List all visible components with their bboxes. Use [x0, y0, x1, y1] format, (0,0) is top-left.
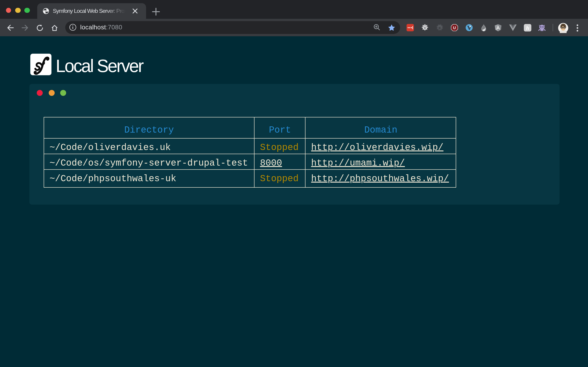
svg-text:h: h: [526, 25, 529, 31]
svg-text:U: U: [453, 26, 456, 30]
